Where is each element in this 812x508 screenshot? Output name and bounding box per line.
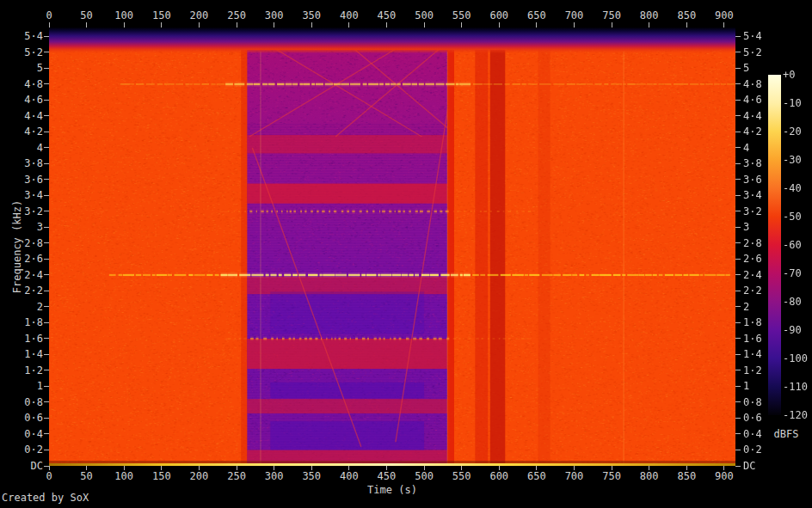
x-axis-tick-label-bottom: 550 xyxy=(445,471,479,481)
y-axis-tick-mark-right xyxy=(735,147,741,148)
y-axis-tick-mark-right xyxy=(735,163,741,164)
x-axis-tick-mark-top xyxy=(723,22,724,28)
y-axis-tick-mark-right xyxy=(735,274,741,275)
x-axis-tick-mark-top xyxy=(536,22,537,28)
y-axis-tick-mark-right xyxy=(735,132,741,132)
colorbar-tick-label: -30 xyxy=(783,155,802,165)
x-axis-tick-label-top: 400 xyxy=(332,10,366,21)
x-axis-tick-label-bottom: 150 xyxy=(145,471,179,481)
y-axis-tick-label-left: 1·2 xyxy=(3,365,43,376)
x-axis-tick-label-top: 700 xyxy=(557,10,591,21)
x-axis-tick-mark-top xyxy=(461,22,462,28)
y-axis-tick-label-left: 3 xyxy=(3,222,43,232)
y-axis-tick-mark-right xyxy=(735,322,741,323)
y-axis-tick-label-left: 1·8 xyxy=(3,317,43,327)
x-axis-tick-label-top: 500 xyxy=(407,10,441,21)
y-axis-tick-label-left: 5·2 xyxy=(3,47,43,58)
colorbar-tick-label: -20 xyxy=(783,126,802,137)
x-axis-tick-mark-top xyxy=(612,22,612,28)
colorbar-tick-label: -80 xyxy=(783,297,802,307)
y-axis-tick-mark-right xyxy=(735,36,741,37)
x-axis-tick-label-top: 350 xyxy=(294,10,329,21)
y-axis-tick-mark-right xyxy=(735,68,741,69)
colorbar-tick-label: -110 xyxy=(783,382,808,392)
x-axis-tick-label-top: 300 xyxy=(257,10,292,21)
y-axis-tick-mark-left xyxy=(44,386,49,387)
y-axis-tick-label-left: 5·4 xyxy=(3,31,43,41)
x-axis-tick-label-top: 50 xyxy=(70,10,104,21)
y-axis-tick-label-right: 2·6 xyxy=(743,254,783,264)
y-axis-tick-mark-left xyxy=(44,259,49,260)
x-axis-tick-mark-top xyxy=(49,22,50,28)
colorbar-tick-label: -90 xyxy=(783,325,802,335)
y-axis-tick-label-right: 4·4 xyxy=(743,111,783,121)
x-axis-tick-mark-top xyxy=(86,22,87,28)
y-axis-tick-mark-left xyxy=(44,147,49,148)
y-axis-tick-label-right: 1·4 xyxy=(743,349,783,359)
y-axis-tick-label-right: 5 xyxy=(743,63,783,73)
x-axis-title: Time (s) xyxy=(49,485,735,495)
y-axis-tick-label-right: 2·2 xyxy=(743,285,783,296)
x-axis-tick-label-bottom: 900 xyxy=(707,471,741,481)
y-axis-tick-label-right: 1·6 xyxy=(743,334,783,344)
y-axis-tick-label-right: 5·2 xyxy=(743,47,783,58)
y-axis-tick-mark-right xyxy=(735,433,741,434)
x-axis-tick-label-top: 150 xyxy=(145,10,179,21)
y-axis-tick-mark-left xyxy=(44,163,49,164)
y-axis-tick-mark-left xyxy=(44,115,49,116)
x-axis-tick-label-bottom: 700 xyxy=(557,471,591,481)
y-axis-tick-label-right: 1 xyxy=(743,381,783,391)
y-axis-tick-label-left: 1·6 xyxy=(3,334,43,344)
y-axis-tick-label-right: 3·8 xyxy=(743,158,783,168)
x-axis-tick-mark-top xyxy=(161,22,162,28)
y-axis-tick-mark-left xyxy=(44,132,49,132)
colorbar-tick-label: -60 xyxy=(783,240,802,250)
y-axis-tick-label-left: 2 xyxy=(3,302,43,312)
colorbar-tick-label: -120 xyxy=(783,410,808,420)
x-axis-tick-mark-top xyxy=(386,22,387,28)
y-axis-tick-label-left: 2·2 xyxy=(3,285,43,296)
y-axis-tick-mark-left xyxy=(44,83,49,84)
y-axis-tick-label-left: 4·6 xyxy=(3,95,43,105)
x-axis-tick-label-bottom: 800 xyxy=(632,471,667,481)
y-axis-tick-mark-right xyxy=(735,179,741,180)
x-axis-tick-label-bottom: 750 xyxy=(594,471,629,481)
y-axis-tick-mark-left xyxy=(44,466,49,467)
y-axis-tick-mark-left xyxy=(44,418,49,419)
x-axis-tick-label-top: 750 xyxy=(594,10,629,21)
y-axis-tick-mark-right xyxy=(735,401,741,402)
y-axis-tick-mark-left xyxy=(44,401,49,402)
y-axis-tick-mark-right xyxy=(735,83,741,84)
y-axis-tick-label-left: 4·8 xyxy=(3,79,43,89)
y-axis-tick-mark-right xyxy=(735,195,741,196)
y-axis-tick-mark-right xyxy=(735,418,741,419)
y-axis-tick-label-left: 0·2 xyxy=(3,444,43,455)
y-axis-tick-mark-right xyxy=(735,291,741,291)
y-axis-tick-mark-left xyxy=(44,52,49,52)
y-axis-tick-label-right: 2·4 xyxy=(743,270,783,280)
y-axis-tick-label-left: 4·2 xyxy=(3,126,43,137)
colorbar-tick-label: -50 xyxy=(783,211,802,222)
y-axis-tick-label-right: DC xyxy=(743,461,783,471)
y-axis-tick-mark-right xyxy=(735,450,741,450)
y-axis-tick-mark-left xyxy=(44,450,49,450)
x-axis-tick-label-top: 200 xyxy=(181,10,216,21)
x-axis-tick-label-top: 800 xyxy=(632,10,667,21)
x-axis-tick-label-top: 450 xyxy=(369,10,403,21)
x-axis-tick-label-bottom: 600 xyxy=(482,471,516,481)
y-axis-tick-label-right: 4·2 xyxy=(743,126,783,137)
y-axis-tick-mark-left xyxy=(44,179,49,180)
y-axis-tick-mark-right xyxy=(735,338,741,339)
x-axis-tick-label-top: 900 xyxy=(707,10,741,21)
y-axis-tick-mark-left xyxy=(44,227,49,228)
colorbar-tick-label: -40 xyxy=(783,183,802,193)
y-axis-tick-label-left: 2·4 xyxy=(3,270,43,280)
x-axis-tick-label-bottom: 450 xyxy=(369,471,403,481)
y-axis-tick-label-left: 0·8 xyxy=(3,397,43,407)
y-axis-tick-label-left: 0·6 xyxy=(3,413,43,423)
x-axis-tick-label-top: 0 xyxy=(32,10,66,21)
y-axis-tick-label-left: 3·6 xyxy=(3,174,43,185)
x-axis-tick-label-bottom: 100 xyxy=(107,471,141,481)
x-axis-tick-mark-top xyxy=(348,22,349,28)
y-axis-tick-label-left: 2·8 xyxy=(3,238,43,248)
